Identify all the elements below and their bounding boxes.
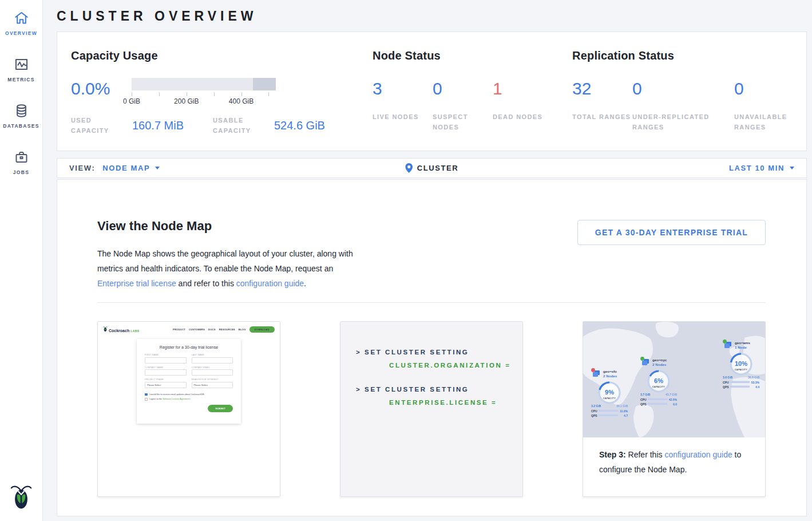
cockroachdb-logo-icon (10, 483, 32, 512)
description-text: . (304, 279, 306, 288)
capacity-label: CAPACITY (603, 397, 616, 400)
dead-nodes-label: DEAD NODES (493, 112, 553, 122)
cpu-label: CPU (640, 398, 647, 401)
sql-setting: ENTERPRISE.LICENSE = (389, 399, 522, 406)
capacity-bar-chart: 0 GiB 200 GiB 400 GiB (132, 78, 276, 106)
sql-statement: > SET CLUSTER SETTING (356, 349, 522, 356)
qps-label: QPS (591, 414, 597, 417)
region-nodes: 2 Nodes (603, 374, 617, 378)
dead-nodes-stat: 1 DEAD NODES (493, 78, 553, 132)
submit-pill: SUBMIT (208, 405, 233, 412)
sidebar-item-label: JOBS (13, 169, 29, 175)
region-capacity: 10% (735, 360, 747, 367)
cockroach-labs-logo: Cockroach LABS (103, 326, 139, 333)
capacity-used: 3.2 GiB (591, 404, 601, 408)
nav-link: RESOURCES (219, 328, 235, 331)
configuration-guide-link[interactable]: configuration guide (664, 450, 732, 459)
replication-status-section: Replication Status 32 TOTAL RANGES 0 UND… (572, 49, 806, 151)
cpu-value: 11.0% (620, 409, 628, 413)
capacity-total: 36.6 GiB (748, 376, 759, 379)
total-ranges-value: 32 (572, 78, 632, 97)
text-input (145, 357, 187, 364)
used-capacity-label: USED CAPACITY (71, 115, 132, 136)
under-replicated-value: 0 (632, 78, 734, 97)
region-nodes: 1 Node (735, 345, 747, 349)
configuration-guide-link[interactable]: configuration guide (236, 279, 304, 288)
under-replicated-label: UNDER-REPLICATED RANGES (632, 112, 724, 132)
checkbox-label: I would like to receive email updates ab… (149, 393, 205, 396)
cpu-value: 53.3% (751, 381, 760, 384)
page-title: CLUSTER OVERVIEW (57, 0, 807, 31)
sidebar-item-label: DATABASES (3, 123, 39, 129)
capacity-usage-title: Capacity Usage (71, 49, 373, 62)
briefcase-icon (14, 148, 29, 165)
live-nodes-stat: 3 LIVE NODES (373, 78, 433, 132)
region-name: geo=ams (735, 341, 751, 345)
live-nodes-label: LIVE NODES (373, 112, 433, 122)
node-map-thumbnail: geo=sfo 2 Nodes 9% CAPACITY 3.2 GiB 35.1… (583, 322, 765, 437)
healthy-badge-icon (640, 357, 644, 361)
sidebar-item-label: OVERVIEW (5, 30, 37, 36)
region-name: geo=sfo (603, 369, 617, 373)
unavailable-ranges-label: UNAVAILABLE RANGES (734, 112, 794, 132)
checkbox-label: I agree to the (149, 398, 163, 400)
cluster-summary-card: Capacity Usage 0.0% 0 GiB 200 GiB 400 Gi… (57, 31, 807, 151)
sidebar-item-databases[interactable]: DATABASES (0, 102, 43, 129)
checkbox-unchecked (145, 398, 148, 401)
cluster-breadcrumb-label: CLUSTER (417, 164, 459, 172)
step2-caption: Step 2: Activate the trial license with … (340, 496, 522, 497)
sql-setting: CLUSTER.ORGANIZATION = (389, 362, 522, 369)
tick-label-400: 400 GiB (229, 97, 253, 105)
sql-statement: > SET CLUSTER SETTING (356, 386, 522, 393)
field-label: COMPANY NAME (145, 366, 187, 369)
capacity-total: 35.1 GiB (616, 404, 628, 408)
step-label: Step 3: (599, 450, 626, 459)
cpu-label: CPU (591, 409, 597, 413)
step1-caption: Step 1: Get a trial license delivered st… (98, 496, 280, 497)
enterprise-trial-button[interactable]: GET A 30-DAY ENTERPRISE TRIAL (577, 220, 766, 245)
steps-row: Cockroach LABS PRODUCT CUSTOMERS DOCS RE… (97, 321, 766, 497)
suspect-nodes-label: SUSPECT NODES (433, 112, 493, 132)
sidebar-item-metrics[interactable]: METRICS (0, 56, 43, 82)
dead-badge-icon (591, 368, 595, 372)
field-label: COMPANY EMAIL (192, 366, 233, 369)
select-input: Please Select (192, 382, 233, 388)
capacity-bar (132, 78, 276, 90)
total-ranges-stat: 32 TOTAL RANGES (572, 78, 632, 132)
replication-status-title: Replication Status (572, 49, 806, 62)
qps-value: 4.7 (624, 414, 628, 417)
time-range-dropdown[interactable]: LAST 10 MIN (729, 164, 794, 172)
step3-card: geo=sfo 2 Nodes 9% CAPACITY 3.2 GiB 35.1… (583, 321, 766, 497)
select-input: Please Select (145, 382, 187, 388)
suspect-nodes-value: 0 (433, 78, 493, 97)
view-bar: VIEW: NODE MAP CLUSTER LAST 10 MIN (57, 158, 807, 178)
nav-link: DOCS (208, 328, 216, 331)
trial-license-site-thumbnail: Cockroach LABS PRODUCT CUSTOMERS DOCS RE… (98, 322, 280, 496)
enterprise-trial-license-link[interactable]: Enterprise trial license (97, 279, 176, 288)
sidebar-item-overview[interactable]: OVERVIEW (0, 9, 43, 36)
qps-label: QPS (723, 385, 729, 389)
field-label: PROJECT PHASE (145, 378, 187, 381)
step3-caption: Step 3: Refer this configuration guide t… (583, 437, 765, 477)
logo-suffix: LABS (130, 329, 139, 333)
sql-code-block: > SET CLUSTER SETTING CLUSTER.ORGANIZATI… (340, 322, 522, 496)
breadcrumb-cluster: CLUSTER (405, 163, 459, 173)
panel-description: The Node Map shows the geographical layo… (97, 246, 367, 291)
sidebar-item-jobs[interactable]: JOBS (0, 148, 43, 175)
region-capacity: 6% (654, 377, 663, 384)
capacity-label: CAPACITY (652, 386, 665, 388)
description-text: The Node Map shows the geographical layo… (97, 249, 353, 273)
cpu-value: 42.5% (669, 398, 678, 401)
used-capacity-value: 160.7 MiB (132, 119, 213, 132)
download-pill: DOWNLOAD (249, 326, 275, 333)
tick-label-200: 200 GiB (174, 97, 199, 105)
qps-value: 4.4 (755, 385, 759, 389)
unavailable-ranges-value: 0 (734, 78, 794, 97)
qps-value: 0.0 (673, 402, 677, 406)
logo-text: Cockroach (109, 329, 129, 333)
capacity-bar-used-segment (253, 78, 276, 90)
total-ranges-label: TOTAL RANGES (572, 112, 632, 122)
field-label: FIRST NAME (145, 354, 187, 356)
view-selector-dropdown[interactable]: NODE MAP (102, 164, 160, 172)
chevron-down-icon (155, 167, 160, 169)
